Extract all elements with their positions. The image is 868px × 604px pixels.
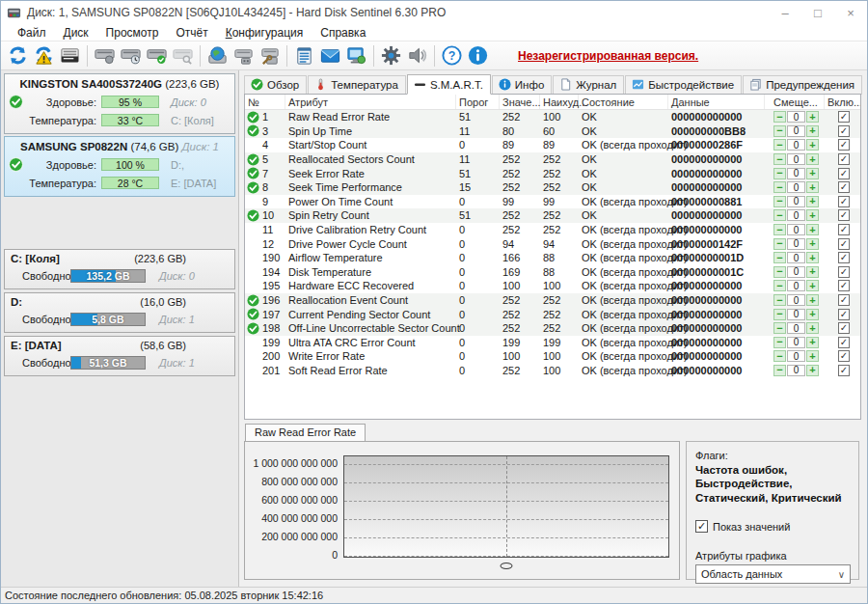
disk-tools-icon[interactable] xyxy=(257,43,283,69)
header-enabled[interactable]: Вклю... xyxy=(825,95,861,109)
remote-monitor-icon[interactable] xyxy=(343,43,369,69)
offset-value[interactable]: 0 xyxy=(787,125,805,137)
header-num[interactable]: № xyxy=(245,95,285,109)
enabled-checkbox[interactable]: ✓ xyxy=(838,337,850,348)
header-offset[interactable]: Смеще... xyxy=(765,95,825,109)
offset-value[interactable]: 0 xyxy=(787,209,805,221)
table-row[interactable]: 1Raw Read Error Rate51252100OK0000000000… xyxy=(245,110,860,124)
offset-decrease-button[interactable]: − xyxy=(773,168,786,179)
offset-decrease-button[interactable]: − xyxy=(773,252,786,263)
disk-usb-icon[interactable] xyxy=(231,43,257,69)
offset-value[interactable]: 0 xyxy=(787,266,805,278)
partition-panel-d[interactable]: D:(16,0 GB) Свободно 5,8 GB Диск: 1 xyxy=(4,292,235,333)
table-row[interactable]: 199Ultra ATA CRC Error Count0199199OK (в… xyxy=(245,336,860,350)
offset-decrease-button[interactable]: − xyxy=(773,266,786,278)
offset-increase-button[interactable]: + xyxy=(806,309,819,320)
offset-increase-button[interactable]: + xyxy=(806,168,819,179)
offset-decrease-button[interactable]: − xyxy=(773,224,786,235)
offset-decrease-button[interactable]: − xyxy=(773,280,786,291)
offset-value[interactable]: 0 xyxy=(787,350,805,362)
table-row[interactable]: 5Reallocated Sectors Count11252252OK0000… xyxy=(245,152,860,167)
disk-schedule-icon[interactable] xyxy=(118,43,144,69)
maximize-button[interactable]: □ xyxy=(801,1,834,24)
menu-disk[interactable]: Диск xyxy=(55,25,97,41)
enabled-checkbox[interactable]: ✓ xyxy=(838,196,850,207)
disk-search-icon[interactable] xyxy=(170,43,196,69)
disk-panel-samsung[interactable]: SAMSUNG SP0822N (74,6 GB) Диск: 1 Здоров… xyxy=(4,136,235,197)
tab-smart[interactable]: S.M.A.R.T. xyxy=(407,74,491,95)
offset-decrease-button[interactable]: − xyxy=(773,139,786,151)
disk-panel-kingston[interactable]: KINGSTON SA400S37240G (223,6 GB) Здоровь… xyxy=(4,73,235,134)
offset-value[interactable]: 0 xyxy=(787,224,805,235)
show-values-checkbox[interactable]: ✓ xyxy=(695,520,708,533)
chart-x-marker[interactable] xyxy=(501,563,513,569)
table-row[interactable]: 198Off-Line Uncorrectable Sector Count02… xyxy=(245,321,860,336)
header-threshold[interactable]: Порог xyxy=(456,95,500,109)
offset-value[interactable]: 0 xyxy=(787,280,805,291)
enabled-checkbox[interactable]: ✓ xyxy=(838,322,850,334)
table-row[interactable]: 11Drive Calibration Retry Count0252252OK… xyxy=(245,223,860,237)
refresh-warning-icon[interactable] xyxy=(31,43,57,69)
menu-report[interactable]: Отчёт xyxy=(167,25,216,41)
offset-decrease-button[interactable]: − xyxy=(773,209,786,221)
offset-decrease-button[interactable]: − xyxy=(773,238,786,250)
offset-increase-button[interactable]: + xyxy=(806,153,819,165)
offset-increase-button[interactable]: + xyxy=(806,365,819,376)
enabled-checkbox[interactable]: ✓ xyxy=(838,280,850,291)
offset-increase-button[interactable]: + xyxy=(806,294,819,306)
table-row[interactable]: 3Spin Up Time118060OK000000000BB8−0+✓ xyxy=(245,124,860,139)
offset-decrease-button[interactable]: − xyxy=(773,322,786,334)
disk-status-icon[interactable] xyxy=(92,43,118,69)
partition-panel-e[interactable]: E: [DATA](58,6 GB) Свободно 51,3 GB Диск… xyxy=(4,336,235,376)
table-row[interactable]: 190Airflow Temperature016688OK (всегда п… xyxy=(245,251,860,265)
network-globe-icon[interactable] xyxy=(204,43,231,69)
enabled-checkbox[interactable]: ✓ xyxy=(838,125,850,137)
table-row[interactable]: 4Start/Stop Count08989OK (всегда проходи… xyxy=(245,138,860,152)
enabled-checkbox[interactable]: ✓ xyxy=(838,294,850,306)
unregistered-version-link[interactable]: Незарегистрированная версия. xyxy=(518,49,698,63)
offset-increase-button[interactable]: + xyxy=(806,252,819,263)
enabled-checkbox[interactable]: ✓ xyxy=(838,365,850,376)
graph-attributes-dropdown[interactable]: Область данных ∨ xyxy=(695,564,851,584)
offset-value[interactable]: 0 xyxy=(787,168,805,179)
table-row[interactable]: 194Disk Temperature016988OK (всегда прох… xyxy=(245,265,860,280)
offset-value[interactable]: 0 xyxy=(787,337,805,348)
enabled-checkbox[interactable]: ✓ xyxy=(838,168,850,179)
help-icon[interactable]: ? xyxy=(439,43,465,69)
table-row[interactable]: 200Write Error Rate0100100OK (всегда про… xyxy=(245,349,860,364)
table-row[interactable]: 7Seek Error Rate51252252OK000000000000−0… xyxy=(245,166,860,180)
info-icon[interactable] xyxy=(465,43,491,69)
enabled-checkbox[interactable]: ✓ xyxy=(838,238,850,250)
offset-increase-button[interactable]: + xyxy=(806,322,819,334)
offset-value[interactable]: 0 xyxy=(787,252,805,263)
enabled-checkbox[interactable]: ✓ xyxy=(838,153,850,165)
offset-increase-button[interactable]: + xyxy=(806,111,819,123)
offset-decrease-button[interactable]: − xyxy=(773,196,786,207)
table-row[interactable]: 9Power On Time Count09999OK (всегда прох… xyxy=(245,195,860,209)
header-attribute[interactable]: Атрибут xyxy=(285,95,456,109)
offset-increase-button[interactable]: + xyxy=(806,196,819,207)
enabled-checkbox[interactable]: ✓ xyxy=(838,209,850,221)
table-row[interactable]: 196Reallocation Event Count0252252OK (вс… xyxy=(245,293,860,308)
header-data[interactable]: Данные xyxy=(668,95,765,109)
refresh-icon[interactable] xyxy=(5,43,31,69)
offset-decrease-button[interactable]: − xyxy=(773,350,786,362)
report-list-icon[interactable] xyxy=(57,43,83,69)
settings-gear-icon[interactable] xyxy=(378,43,404,69)
enabled-checkbox[interactable]: ✓ xyxy=(838,181,850,193)
tab-overview[interactable]: Обзор xyxy=(244,75,307,95)
menu-view[interactable]: Просмотр xyxy=(97,25,168,41)
offset-decrease-button[interactable]: − xyxy=(773,294,786,306)
offset-decrease-button[interactable]: − xyxy=(773,111,786,123)
header-status[interactable]: Состояние xyxy=(579,95,668,109)
enabled-checkbox[interactable]: ✓ xyxy=(838,224,850,235)
menu-configuration[interactable]: Конфигурация xyxy=(217,25,312,41)
menu-file[interactable]: Файл xyxy=(9,25,55,41)
table-row[interactable]: 201Soft Read Error Rate0252100OK (всегда… xyxy=(245,364,860,378)
table-row[interactable]: 195Hardware ECC Recovered0100100OK (всег… xyxy=(245,279,860,293)
enabled-checkbox[interactable]: ✓ xyxy=(838,111,850,123)
tab-info[interactable]: Инфо xyxy=(492,75,552,95)
offset-value[interactable]: 0 xyxy=(787,238,805,250)
table-row[interactable]: 10Spin Retry Count51252252OK000000000000… xyxy=(245,208,860,223)
table-row[interactable]: 8Seek Time Performance15252252OK00000000… xyxy=(245,180,860,195)
